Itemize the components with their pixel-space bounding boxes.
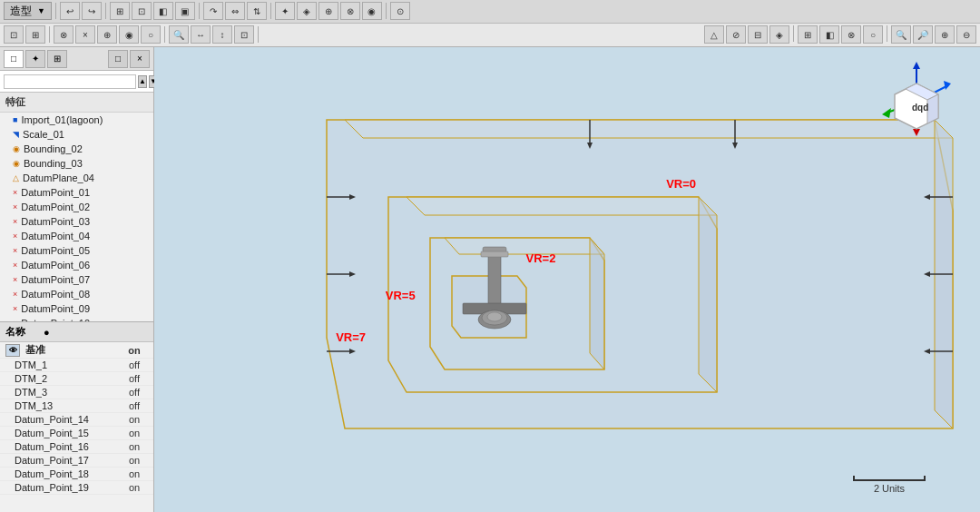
panel-tab-1[interactable]: □ <box>4 50 24 68</box>
tb-btn-1[interactable]: ⊞ <box>110 2 130 20</box>
sep9 <box>793 25 794 42</box>
feature-item-9[interactable]: ×DatumPoint_05 <box>0 243 153 258</box>
svg-marker-5 <box>407 197 717 215</box>
feature-header: 特征 <box>0 93 153 113</box>
tb2-right-9[interactable]: 🔍 <box>891 25 911 44</box>
nav-cube[interactable]: dqd <box>871 56 962 147</box>
tb2-right-12[interactable]: ⊖ <box>956 25 976 44</box>
tb2-right-6[interactable]: ◧ <box>819 25 839 44</box>
feature-list: ■Import_01(lagoon)◥Scale_01◉Bounding_02◉… <box>0 113 153 321</box>
layers-header: 名称 ● <box>0 322 153 342</box>
tb2-right-4[interactable]: ◈ <box>769 25 789 44</box>
layer-row-8[interactable]: Datum_Point_17on <box>0 454 153 468</box>
feature-item-4[interactable]: △DatumPlane_04 <box>0 171 153 185</box>
tb2-btn-10[interactable]: ↕ <box>212 25 232 44</box>
layer-list: 👁基准onDTM_1offDTM_2offDTM_3offDTM_13offDa… <box>0 342 153 495</box>
layer-row-9[interactable]: Datum_Point_18on <box>0 468 153 481</box>
tb2-right-3[interactable]: ⊟ <box>748 25 768 44</box>
tb-btn-3[interactable]: ◧ <box>153 2 173 20</box>
tb-btn-6[interactable]: ⇔ <box>225 2 245 20</box>
scene-svg <box>154 47 980 512</box>
layer-row-5[interactable]: Datum_Point_14on <box>0 413 153 427</box>
svg-marker-8 <box>445 238 604 254</box>
redo-btn[interactable]: ↪ <box>82 2 102 20</box>
layer-row-6[interactable]: Datum_Point_15on <box>0 427 153 440</box>
tb-btn-7[interactable]: ⇅ <box>247 2 267 20</box>
layer-row-3[interactable]: DTM_3off <box>0 386 153 399</box>
scale-bar: 2 Units <box>853 476 926 494</box>
feature-item-10[interactable]: ×DatumPoint_06 <box>0 258 153 272</box>
feature-item-12[interactable]: ×DatumPoint_08 <box>0 287 153 301</box>
sep6 <box>49 26 50 43</box>
feature-item-0[interactable]: ■Import_01(lagoon) <box>0 113 153 127</box>
tb2-btn-1[interactable]: ⊡ <box>4 25 24 44</box>
tb2-btn-3[interactable]: ⊗ <box>54 25 74 44</box>
tb2-right-1[interactable]: △ <box>704 25 724 44</box>
layer-row-10[interactable]: Datum_Point_19on <box>0 481 153 495</box>
tb2-right-5[interactable]: ⊞ <box>798 25 818 44</box>
feature-item-1[interactable]: ◥Scale_01 <box>0 127 153 142</box>
feature-item-13[interactable]: ×DatumPoint_09 <box>0 301 153 316</box>
tb2-right-2[interactable]: ⊘ <box>726 25 746 44</box>
search-up-btn[interactable]: ▲ <box>138 75 147 88</box>
tb2-btn-5[interactable]: ⊕ <box>97 25 117 44</box>
feature-item-11[interactable]: ×DatumPoint_07 <box>0 272 153 287</box>
sep10 <box>887 25 887 42</box>
tb2-btn-11[interactable]: ⊡ <box>234 25 254 44</box>
sep1 <box>55 3 56 19</box>
tb2-right-7[interactable]: ⊗ <box>841 25 861 44</box>
svg-point-33 <box>487 312 502 321</box>
tb-btn-9[interactable]: ◈ <box>297 2 317 20</box>
tb-btn-4[interactable]: ▣ <box>175 2 195 20</box>
layer-row-2[interactable]: DTM_2off <box>0 372 153 386</box>
tb2-btn-4[interactable]: × <box>75 25 95 44</box>
svg-text:dqd: dqd <box>912 103 928 113</box>
layer-row-4[interactable]: DTM_13off <box>0 399 153 413</box>
feature-item-3[interactable]: ◉Bounding_03 <box>0 156 153 171</box>
dropdown-arrow: ▼ <box>37 6 45 15</box>
layers-col-eye: ● <box>44 327 50 338</box>
tb-btn-10[interactable]: ⊕ <box>318 2 338 20</box>
mode-dropdown[interactable]: 造型 ▼ <box>4 2 52 20</box>
tb2-btn-6[interactable]: ◉ <box>119 25 139 44</box>
toolbar-row1: 造型 ▼ ↩ ↪ ⊞ ⊡ ◧ ▣ ↷ ⇔ ⇅ ✦ ◈ ⊕ ⊗ ◉ ⊙ <box>0 0 980 24</box>
tb2-right-11[interactable]: ⊕ <box>935 25 955 44</box>
feature-item-8[interactable]: ×DatumPoint_04 <box>0 229 153 243</box>
feature-search-input[interactable] <box>4 74 136 89</box>
tb2-btn-9[interactable]: ↔ <box>191 25 211 44</box>
tb-btn-2[interactable]: ⊡ <box>132 2 152 20</box>
scale-label: 2 Units <box>874 483 905 494</box>
tb2-btn-8[interactable]: 🔍 <box>169 25 189 44</box>
tb-btn-12[interactable]: ◉ <box>362 2 382 20</box>
feature-item-6[interactable]: ×DatumPoint_02 <box>0 200 153 214</box>
feature-item-5[interactable]: ×DatumPoint_01 <box>0 185 153 200</box>
viewport: VR=0 VR=2 VR=5 VR=7 dqd 2 Units <box>154 47 980 512</box>
feature-item-2[interactable]: ◉Bounding_02 <box>0 142 153 156</box>
tb2-right-10[interactable]: 🔎 <box>913 25 933 44</box>
undo-btn[interactable]: ↩ <box>60 2 80 20</box>
left-panel: □ ✦ ⊞ □ × ▲ ▼ 特征 ■Import_01(lagoon)◥Scal… <box>0 47 154 512</box>
tb2-btn-2[interactable]: ⊞ <box>25 25 45 44</box>
tb-btn-8[interactable]: ✦ <box>275 2 295 20</box>
layer-row-0[interactable]: 👁基准on <box>0 342 153 359</box>
svg-marker-41 <box>882 108 891 118</box>
tb-btn-13[interactable]: ⊙ <box>390 2 410 20</box>
tb-btn-11[interactable]: ⊗ <box>340 2 360 20</box>
layer-row-7[interactable]: Datum_Point_16on <box>0 440 153 454</box>
scale-line <box>853 476 926 481</box>
panel-tab-3[interactable]: ⊞ <box>47 50 67 68</box>
eye-icon-0[interactable]: 👁 <box>5 344 20 357</box>
layers-panel: 名称 ● 👁基准onDTM_1offDTM_2offDTM_3offDTM_13… <box>0 321 153 512</box>
tb2-right-8[interactable]: ○ <box>863 25 883 44</box>
svg-marker-44 <box>927 94 938 123</box>
tb2-btn-7[interactable]: ○ <box>141 25 161 44</box>
panel-search: ▲ ▼ <box>0 71 153 93</box>
layer-row-1[interactable]: DTM_1off <box>0 359 153 372</box>
svg-marker-6 <box>699 197 717 392</box>
panel-tab-2[interactable]: ✦ <box>25 50 45 68</box>
panel-close-btn[interactable]: × <box>130 50 150 68</box>
panel-maximize-btn[interactable]: □ <box>108 50 128 68</box>
tb-btn-5[interactable]: ↷ <box>203 2 223 20</box>
feature-item-7[interactable]: ×DatumPoint_03 <box>0 214 153 229</box>
svg-rect-29 <box>481 251 508 257</box>
